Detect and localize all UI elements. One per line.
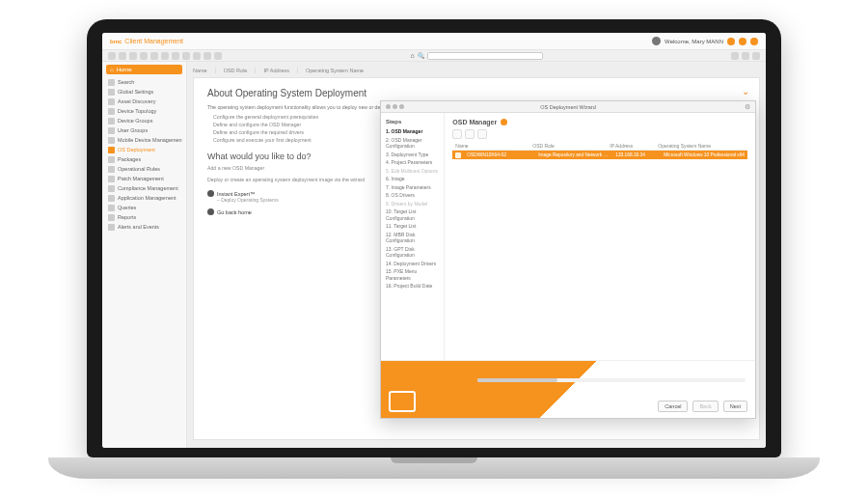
toolbar-button[interactable] [182,52,190,60]
col-ip[interactable]: IP Address [607,143,655,149]
app-header: bmc Client Management Welcome, Mary MANN [102,33,766,50]
sidebar-icon [108,214,115,221]
sidebar-item[interactable]: Application Management [106,193,182,203]
toolbar-button[interactable] [129,52,137,60]
sidebar-item[interactable]: Packages [106,154,182,164]
toolbar-button[interactable] [140,52,148,60]
sidebar-item-label: Patch Management [118,176,164,181]
next-button[interactable]: Next [723,401,747,412]
wizard-step[interactable]: 2. OSD Manager Configuration [386,136,439,151]
toolbar-button[interactable] [172,52,179,60]
wizard-steps: Steps 1. OSD Manager2. OSD Manager Confi… [381,113,445,360]
wizard-main: OSD Manager Name [445,113,755,360]
sidebar-item-label: Reports [118,214,136,220]
close-dot[interactable] [386,104,391,109]
crumb[interactable]: IP Address [263,68,298,73]
sidebar-icon [108,176,115,182]
sidebar-home[interactable]: ⌂ Home [106,65,182,74]
sidebar-item[interactable]: Operational Rules [106,164,182,174]
wizard-step[interactable]: 4. Project Parameters [386,158,439,167]
cell-ip: 133.168.19.34 [612,152,661,157]
wizard-section-title: OSD Manager [452,119,497,125]
search-icon[interactable]: 🔍 [418,52,424,59]
wizard-step[interactable]: 14. Deployment Drivers [386,260,439,268]
search-input[interactable] [427,52,543,60]
sidebar-item[interactable]: Alerts and Events [106,222,182,232]
sidebar-item[interactable]: OS Deployment [106,145,182,154]
avatar[interactable] [652,37,661,45]
wizard-step[interactable]: 12. MBR Disk Configuration [386,231,439,245]
scrollbar[interactable] [477,378,746,382]
wizard-step[interactable]: 16. Project Build Date [386,282,439,290]
gear-icon[interactable]: ⚙ [745,103,750,111]
back-button[interactable]: Back [692,401,718,412]
wizard-step[interactable]: 1. OSD Manager [386,127,439,136]
wizard-step[interactable]: 8. OS Drivers [386,191,439,200]
sidebar-icon [108,118,115,124]
toolbar-button[interactable] [108,52,116,60]
wizard-step[interactable]: 7. Image Parameters [386,183,439,192]
table-row[interactable]: OSDWIN10X64-02 Image Repository and Netw… [452,151,747,159]
sidebar-item[interactable]: Reports [106,212,182,222]
wizard-dialog: OS Deployment Wizard ⚙ Steps 1. OSD Mana… [380,100,756,419]
wizard-title: OS Deployment Wizard [540,104,595,110]
sidebar-item[interactable]: User Groups [106,125,182,135]
edit-icon[interactable] [465,129,475,139]
toolbar-button[interactable] [214,52,222,60]
grid-icon[interactable] [477,129,487,139]
toolbar-button[interactable] [203,52,211,60]
toolbar-button[interactable] [150,52,158,60]
toolbar-button[interactable] [752,52,760,60]
wizard-step[interactable]: 13. GPT Disk Configuration [386,245,439,260]
expert-label-text: Instant Expert™ [217,191,255,197]
laptop-mock: bmc Client Management Welcome, Mary MANN [87,19,781,479]
toolbar-button[interactable] [119,52,126,60]
wizard-step[interactable]: 15. PXE Menu Parameters [386,267,439,282]
refresh-icon[interactable] [452,129,462,139]
wizard-toolbar [452,129,747,139]
chevron-down-icon[interactable]: ⌄ [742,86,749,97]
max-dot[interactable] [399,104,404,109]
wizard-step[interactable]: 3. Deployment Type [386,151,439,159]
sidebar-item[interactable]: Queries [106,203,182,212]
crumb[interactable]: Name [193,68,216,73]
status-dot-icon [501,119,507,125]
wizard-step[interactable]: 11. Target List [386,222,439,231]
crumb[interactable]: Operating System Name [306,68,371,73]
sidebar-icon [108,224,115,231]
wizard-step: 5. Edit Multicast Options [386,167,439,176]
sidebar-item[interactable]: Mobile Device Management [106,135,182,145]
go-home-text: Go back home [217,209,252,215]
toolbar-button[interactable] [193,52,201,60]
sidebar-item[interactable]: Compliance Management [106,183,182,193]
wizard-step[interactable]: 10. Target List Configuration [386,208,439,222]
toolbar-button[interactable] [161,52,169,60]
sidebar-item[interactable]: Patch Management [106,174,182,183]
sidebar-item[interactable]: Search [106,77,182,87]
col-name[interactable]: Name [452,143,529,149]
sidebar-icon [108,137,115,144]
device-icon [455,152,461,158]
toolbar-button[interactable] [731,52,739,60]
col-os[interactable]: Operating System Name [655,143,747,149]
main-area: Name OSD Role IP Address Operating Syste… [187,62,766,448]
settings-icon[interactable] [739,38,746,45]
notification-icon[interactable] [727,38,735,45]
sidebar-item-label: Application Management [118,195,176,201]
help-icon[interactable] [750,38,758,45]
sidebar-icon [108,156,115,163]
sidebar-item[interactable]: Device Topology [106,106,182,116]
home-icon[interactable]: ⌂ [410,52,414,59]
min-dot[interactable] [393,104,397,109]
sidebar-item[interactable]: Asset Discovery [106,97,182,106]
col-role[interactable]: OSD Role [529,143,607,149]
cancel-button[interactable]: Cancel [658,401,688,412]
sidebar-item[interactable]: Global Settings [106,87,182,97]
sidebar-item[interactable]: Device Groups [106,116,182,125]
sidebar-item-label: Packages [118,156,141,162]
toolbar-button[interactable] [742,52,749,60]
wizard-step[interactable]: 6. Image [386,175,439,183]
welcome-text: Welcome, Mary MANN [665,39,723,44]
crumb[interactable]: OSD Role [224,68,257,73]
wizard-footer: Cancel Back Next [381,360,755,418]
